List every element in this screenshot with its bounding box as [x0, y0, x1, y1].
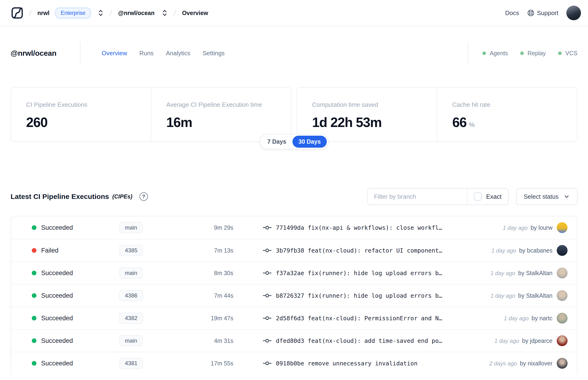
table-row[interactable]: Succeeded main 8m 30s f37a32ae fix(runne… — [11, 262, 577, 284]
breadcrumb-separator: / — [28, 9, 32, 18]
stats-section: CI Pipeline Executions 260 Average CI Pi… — [11, 87, 577, 142]
nav-actions: Docs Support — [505, 6, 581, 20]
service-replay[interactable]: Replay — [520, 50, 546, 57]
status-dot-icon — [32, 293, 37, 298]
tab-overview[interactable]: Overview — [102, 50, 127, 57]
row-author: by StalkAltan — [518, 292, 552, 299]
select-status-label: Select status — [524, 193, 559, 200]
stat-label: Cache hit rate — [452, 101, 568, 108]
stat-average-execution-time: Average CI Pipeline Execution time 16m — [151, 88, 291, 142]
author-avatar[interactable] — [557, 267, 568, 278]
branch-badge[interactable]: main — [119, 335, 143, 346]
commit-cell[interactable]: 3b79fb38 feat(nx-cloud): refactor UI com… — [263, 247, 491, 254]
commit-cell[interactable]: f37a32ae fix(runner): hide log upload er… — [263, 270, 490, 277]
status-dot-icon — [32, 225, 37, 230]
table-row[interactable]: Succeeded main 9m 29s 771499da fix(nx-ap… — [11, 216, 577, 239]
row-time: 1 day ago — [504, 315, 529, 322]
divider — [80, 42, 80, 64]
tab-runs[interactable]: Runs — [139, 50, 153, 57]
cipe-table: Succeeded main 9m 29s 771499da fix(nx-ap… — [11, 216, 577, 374]
tab-settings[interactable]: Settings — [203, 50, 225, 57]
row-duration: 8m 30s — [159, 270, 233, 277]
breadcrumb-workspace[interactable]: @nrwl/ocean — [118, 10, 154, 17]
branch-badge[interactable]: main — [119, 222, 143, 233]
branch-badge[interactable]: 4382 — [119, 312, 143, 324]
commit-message: 0918b0be remove unnecessary invalidation — [276, 360, 417, 367]
git-commit-icon — [263, 360, 272, 366]
row-duration: 19m 47s — [159, 315, 233, 322]
status-dot-icon — [520, 52, 524, 55]
table-row[interactable]: Succeeded 4382 19m 47s 2d58f6d3 feat(nx-… — [11, 307, 577, 329]
docs-link[interactable]: Docs — [505, 9, 519, 17]
row-duration: 17m 55s — [159, 360, 233, 367]
author-avatar[interactable] — [557, 222, 568, 233]
stat-label: Average CI Pipeline Execution time — [166, 101, 282, 108]
enterprise-badge[interactable]: Enterprise — [56, 8, 91, 18]
branch-badge[interactable]: 4381 — [119, 358, 143, 369]
breadcrumb-separator: / — [109, 9, 113, 18]
row-duration: 7m 13s — [159, 247, 233, 254]
git-commit-icon — [263, 292, 272, 299]
author-avatar[interactable] — [557, 290, 568, 301]
row-meta: 1 day ago by nartc — [504, 315, 552, 322]
support-label: Support — [537, 9, 558, 17]
range-30-days-button[interactable]: 30 Days — [292, 136, 327, 148]
commit-cell[interactable]: 2d58f6d3 feat(nx-cloud): PermissionError… — [263, 315, 504, 322]
help-icon[interactable]: ? — [139, 192, 148, 201]
author-avatar[interactable] — [557, 313, 568, 323]
workspace-title: @nrwl/ocean — [11, 49, 57, 57]
user-avatar[interactable] — [566, 6, 581, 20]
commit-message: b8726327 fix(runner): hide log upload er… — [276, 292, 442, 299]
tab-analytics[interactable]: Analytics — [166, 50, 190, 57]
percent-suffix: % — [469, 121, 475, 128]
nx-cloud-logo-icon[interactable] — [11, 7, 23, 19]
support-link[interactable]: Support — [527, 9, 558, 17]
workspace-switcher-chevrons-icon[interactable] — [162, 9, 168, 17]
stat-label: CI Pipeline Executions — [26, 101, 141, 108]
row-duration: 4m 31s — [159, 338, 233, 344]
service-agents[interactable]: Agents — [482, 50, 508, 57]
table-row[interactable]: Succeeded 4386 7m 44s b8726327 fix(runne… — [11, 284, 577, 307]
author-avatar[interactable] — [557, 335, 568, 346]
branch-filter-group: Exact — [367, 188, 509, 205]
status-dot-icon — [482, 52, 486, 55]
row-status: Succeeded — [41, 269, 119, 277]
commit-cell[interactable]: b8726327 fix(runner): hide log upload er… — [263, 292, 490, 299]
org-switcher-chevrons-icon[interactable] — [98, 9, 104, 17]
row-time: 1 day ago — [491, 247, 516, 254]
commit-message: 3b79fb38 feat(nx-cloud): refactor UI com… — [276, 247, 442, 254]
row-author: by nixallover — [520, 360, 552, 367]
branch-filter-input[interactable] — [368, 189, 467, 205]
branch-badge[interactable]: 4386 — [119, 290, 143, 301]
table-row[interactable]: Succeeded 4381 17m 55s 0918b0be remove u… — [11, 352, 577, 374]
author-avatar[interactable] — [557, 245, 568, 256]
branch-badge[interactable]: main — [119, 267, 143, 279]
breadcrumb-page: Overview — [182, 10, 208, 17]
cipe-subtitle: (CIPEs) — [112, 193, 132, 200]
row-meta: 1 day ago by bcabanes — [491, 247, 552, 254]
branch-badge[interactable]: 4385 — [119, 245, 143, 256]
git-commit-icon — [263, 247, 272, 253]
commit-message: 771499da fix(nx-api & workflows): close … — [276, 224, 442, 231]
table-row[interactable]: Failed 4385 7m 13s 3b79fb38 feat(nx-clou… — [11, 239, 577, 262]
row-status: Succeeded — [41, 224, 119, 231]
range-7-days-button[interactable]: 7 Days — [261, 136, 292, 148]
row-author: by jdpearce — [522, 338, 552, 344]
commit-cell[interactable]: 771499da fix(nx-api & workflows): close … — [263, 224, 503, 231]
stat-value: 260 — [26, 114, 141, 130]
exact-checkbox[interactable] — [474, 192, 482, 201]
commit-cell[interactable]: dfed80d3 feat(nx-cloud): add time-saved … — [263, 338, 494, 344]
breadcrumb-org[interactable]: nrwl — [38, 10, 49, 17]
cipe-header: Latest CI Pipeline Executions (CIPEs) ? … — [11, 188, 577, 205]
status-dot-icon — [558, 52, 562, 55]
commit-cell[interactable]: 0918b0be remove unnecessary invalidation — [263, 360, 489, 367]
exact-label: Exact — [486, 193, 501, 200]
row-author: by StalkAltan — [518, 270, 552, 276]
row-status: Failed — [41, 247, 119, 254]
author-avatar[interactable] — [557, 358, 568, 369]
select-status-dropdown[interactable]: Select status — [516, 188, 577, 205]
lifebuoy-icon — [527, 9, 535, 17]
service-vcs[interactable]: VCS — [558, 50, 577, 57]
service-label: Replay — [528, 50, 546, 57]
table-row[interactable]: Succeeded main 4m 31s dfed80d3 feat(nx-c… — [11, 329, 577, 352]
